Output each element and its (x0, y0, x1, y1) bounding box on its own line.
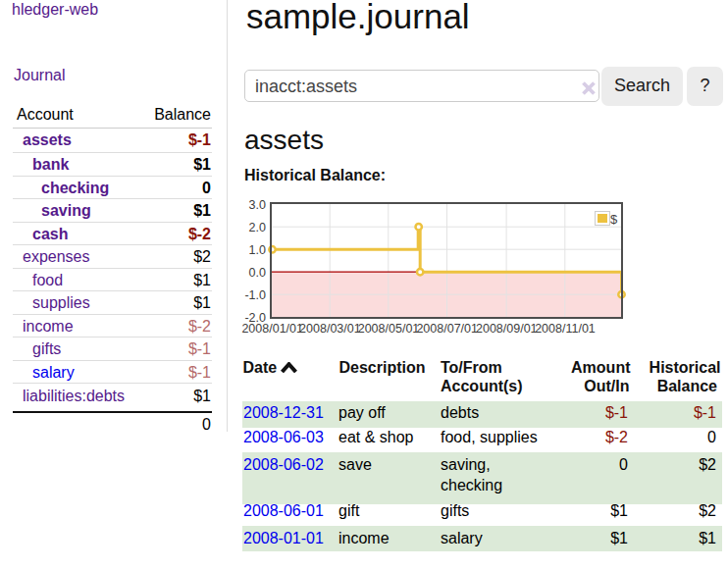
svg-text:$: $ (610, 212, 618, 227)
svg-text:2.0: 2.0 (249, 221, 266, 234)
svg-text:1.0: 1.0 (249, 243, 266, 257)
svg-text:0.0: 0.0 (249, 266, 266, 280)
svg-text:2008/05/01: 2008/05/01 (358, 322, 420, 336)
svg-text:3.0: 3.0 (249, 198, 266, 212)
svg-text:2008/09/01: 2008/09/01 (476, 322, 538, 336)
svg-text:2008/11/01: 2008/11/01 (535, 322, 596, 336)
svg-text:-1.0: -1.0 (244, 288, 266, 302)
svg-text:2008/07/01: 2008/07/01 (416, 322, 478, 336)
svg-text:2008/01/01: 2008/01/01 (241, 322, 303, 336)
svg-text:2008/03/01: 2008/03/01 (299, 322, 361, 336)
